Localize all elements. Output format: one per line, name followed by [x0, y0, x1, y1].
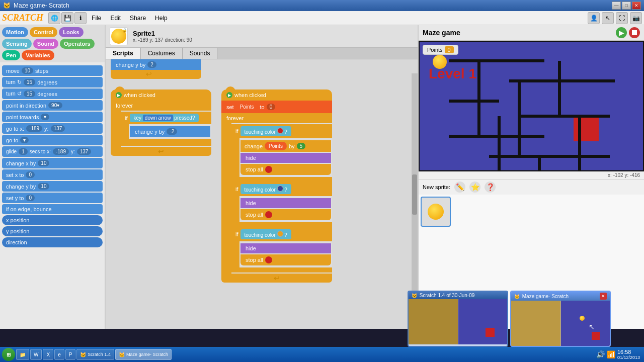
thumb-stage-area-2: ↖ — [560, 301, 610, 346]
menu-edit[interactable]: Edit — [106, 13, 125, 23]
thumb-stage-area — [458, 299, 508, 344]
fullscreen-icon[interactable]: ⛶ — [616, 12, 628, 24]
thumbnail-content-1 — [409, 299, 507, 344]
block-goto-xy[interactable]: go to x: -189 y: 137 — [2, 123, 103, 134]
flag-icon-3: ▶ — [226, 92, 232, 98]
taskbar-ie[interactable]: e — [54, 349, 64, 360]
block-goto[interactable]: go to ▾ — [2, 135, 103, 145]
forever-block-3[interactable]: forever — [221, 113, 332, 123]
tab-costumes[interactable]: Costumes — [141, 48, 183, 59]
green-flag-button[interactable]: ▶ — [616, 27, 627, 38]
taskbar-explorer[interactable]: 📁 — [16, 349, 29, 360]
change-y-neg2[interactable]: change y by -2 — [130, 126, 210, 137]
hide-block-3[interactable]: hide — [240, 243, 331, 253]
camera-icon[interactable]: 📷 — [630, 12, 642, 24]
cursor-icon[interactable]: ↖ — [602, 12, 614, 24]
menu-file[interactable]: File — [88, 13, 105, 23]
scrollbar-thumb[interactable] — [412, 174, 417, 215]
paint-icon[interactable]: ✏️ — [454, 182, 465, 193]
thumb-sprite-2 — [580, 316, 585, 321]
block-turn-cw[interactable]: turn ↻ 15 degrees — [2, 77, 103, 87]
taskbar-ppt[interactable]: P — [65, 349, 76, 360]
hat-clicked-2[interactable]: ▶ when clicked — [111, 89, 211, 101]
start-button[interactable]: ⊞ — [2, 348, 15, 361]
block-turn-ccw[interactable]: turn ↺ 15 degrees — [2, 88, 103, 99]
if-blue-side — [231, 196, 239, 222]
menu-help[interactable]: Help — [151, 13, 172, 23]
save-icon[interactable]: 💾 — [61, 12, 73, 24]
star-icon[interactable]: ⭐ — [469, 182, 480, 193]
block-direction[interactable]: direction — [2, 237, 103, 247]
change-points-block[interactable]: change Points by 5 — [240, 140, 331, 152]
stop-all-1[interactable]: stop all — [240, 164, 331, 175]
cat-sound-btn[interactable]: Sound — [33, 39, 58, 49]
thumb-close-button[interactable]: ✕ — [600, 293, 607, 300]
tab-scripts[interactable]: Scripts — [106, 48, 141, 59]
if-touching-orange[interactable]: if touching color ? — [231, 227, 332, 241]
word-icon: W — [34, 352, 38, 357]
scripts-content[interactable]: change y by 2 ↩ ▶ when clicked forever i… — [106, 59, 418, 329]
taskbar-scratch-1[interactable]: 🐱 Scratch 1.4 — [76, 349, 114, 360]
if-down-arrow[interactable]: if key down arrow pressed? — [121, 112, 211, 124]
close-button[interactable]: ✕ — [632, 2, 641, 10]
block-if-on-edge[interactable]: if on edge, bounce — [2, 204, 103, 214]
taskbar-scratch-2[interactable]: 🐱 Maze game- Scratch — [115, 349, 172, 360]
tab-sounds[interactable]: Sounds — [183, 48, 218, 59]
window-icon: 🐱 — [3, 2, 11, 9]
block-x-position[interactable]: x position — [2, 215, 103, 225]
cat-control-btn[interactable]: Control — [30, 27, 57, 37]
block-change-y-2[interactable]: change y by 2 — [111, 59, 201, 70]
maximize-button[interactable]: □ — [622, 2, 631, 10]
info-icon[interactable]: ℹ — [74, 12, 87, 24]
set-points-block[interactable]: set Points to 0 — [221, 101, 332, 113]
block-point-direction[interactable]: point in direction 90▾ — [2, 100, 103, 111]
globe-icon-group: 🌐 💾 ℹ — [48, 12, 87, 24]
thumb-blocks-area-2 — [511, 301, 560, 346]
cat-motion-btn[interactable]: Motion — [2, 27, 28, 37]
forever-cap-2: ↩ — [111, 147, 211, 156]
cat-looks-btn[interactable]: Looks — [59, 27, 83, 37]
taskbar-word[interactable]: W — [30, 349, 42, 360]
thumb-blocks-area — [409, 299, 458, 344]
thumb-icon-2: 🐱 — [514, 294, 520, 299]
thumb-cursor: ↖ — [589, 323, 595, 331]
if-touching-red[interactable]: if touching color ? — [231, 124, 332, 138]
block-change-x[interactable]: change x by 10 — [2, 158, 103, 168]
minimize-button[interactable]: — — [612, 2, 621, 10]
forever-block-2[interactable]: forever — [111, 101, 211, 111]
block-move-steps[interactable]: move 10 steps — [2, 65, 103, 76]
menu-share[interactable]: Share — [126, 13, 150, 23]
sprite-thumb-1[interactable] — [421, 197, 451, 227]
taskbar-excel[interactable]: X — [43, 349, 53, 360]
stage-canvas: Points 0 Level 1 — [419, 41, 644, 171]
main-area: Motion Control Looks Sensing Sound Opera… — [0, 25, 644, 329]
hide-block-1[interactable]: hide — [240, 153, 331, 163]
if-inner-2: change y by -2 — [129, 124, 211, 139]
globe-icon[interactable]: 🌐 — [48, 12, 60, 24]
cat-operators-btn[interactable]: Operators — [60, 39, 95, 49]
volume-icon[interactable]: 🔊 — [596, 350, 605, 358]
blocks-panel: Motion Control Looks Sensing Sound Opera… — [0, 25, 106, 329]
question-icon[interactable]: ❓ — [485, 182, 496, 193]
block-y-position[interactable]: y position — [2, 226, 103, 236]
stop-button[interactable] — [629, 27, 640, 38]
block-set-x[interactable]: set x to 0 — [2, 169, 103, 180]
block-glide[interactable]: glide 1 secs to x:-189 y:137 — [2, 146, 103, 157]
hat-clicked-3[interactable]: ▶ when clicked — [221, 89, 332, 101]
level-text: Level 1 — [429, 66, 476, 82]
block-point-towards[interactable]: point towards ▾ — [2, 112, 103, 122]
block-change-y[interactable]: change y by 10 — [2, 181, 103, 192]
user-icon[interactable]: 👤 — [588, 12, 600, 24]
block-list: move 10 steps turn ↻ 15 degrees turn ↺ 1… — [0, 62, 105, 329]
cat-sensing-btn[interactable]: Sensing — [2, 39, 32, 49]
category-buttons: Motion Control Looks Sensing Sound Opera… — [0, 25, 105, 62]
network-icon[interactable]: 📶 — [607, 350, 615, 358]
hide-block-2[interactable]: hide — [240, 198, 331, 208]
if-touching-blue[interactable]: if touching color ? — [231, 182, 332, 196]
stop-all-2[interactable]: stop all — [240, 209, 331, 220]
cat-variables-btn[interactable]: Variables — [22, 50, 54, 60]
thumbnail-popup-group: 🐱 Scratch 1.4 of 30-Jun-09 🐱 Maze game- … — [408, 291, 611, 347]
block-set-y[interactable]: set y to 0 — [2, 193, 103, 203]
stop-all-3[interactable]: stop all — [240, 254, 331, 265]
cat-pen-btn[interactable]: Pen — [2, 50, 20, 60]
